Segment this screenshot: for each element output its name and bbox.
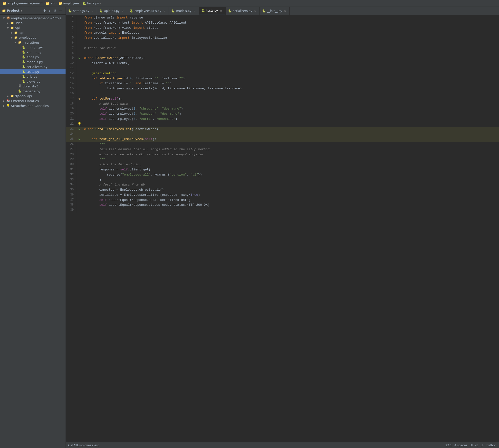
code-line-2: from rest_framework.test import APITestC… — [82, 20, 499, 26]
sidebar-item-models[interactable]: 🐍 models.py — [0, 59, 66, 64]
status-indent[interactable]: 4 spaces — [454, 444, 467, 447]
project-icon: 📁 — [2, 9, 6, 12]
gutter-7 — [77, 46, 82, 51]
code-line-18: # add test data — [82, 101, 499, 107]
status-encoding[interactable]: UTF-8 — [470, 444, 478, 447]
tree-models-label: models.py — [27, 60, 43, 64]
table-row: 35 expected = Employees.objects.all() — [66, 188, 499, 192]
file-serializers-icon: 🐍 — [21, 65, 26, 69]
code-line-27: This test ensures that all songs added i… — [82, 147, 499, 152]
tree-arrow-api-sub — [10, 31, 14, 34]
tab-employees-urls-close[interactable]: × — [163, 9, 166, 13]
status-line-sep[interactable]: LF — [481, 444, 484, 447]
breadcrumb-employees[interactable]: employees — [63, 2, 79, 5]
gutter-23[interactable]: ▶ — [77, 127, 82, 132]
tree-arrow-ext-libs — [2, 99, 6, 103]
sidebar-item-manage[interactable]: 🐍 manage.py — [0, 89, 66, 94]
sort-icon[interactable]: ↕ — [48, 8, 52, 13]
tab-serializers-label: serializers.py — [233, 9, 252, 13]
tab-serializers-close[interactable]: × — [253, 9, 257, 13]
breadcrumb-sep-3: › — [80, 2, 81, 5]
gutter-17[interactable]: ⚙ — [77, 96, 82, 101]
table-row: 38 self.assertEqual(response.status_code… — [66, 203, 499, 208]
code-editor[interactable]: 1 from django.urls import reverse 2 from… — [66, 15, 499, 442]
project-label[interactable]: 📁 Project ▼ — [2, 9, 22, 12]
sidebar-item-api[interactable]: 📁 api — [0, 25, 66, 30]
collapse-icon[interactable]: — — [58, 8, 64, 13]
tab-settings-close[interactable]: × — [90, 9, 94, 13]
tree-init-label: __init__.py — [27, 46, 43, 49]
line-number: 36 — [66, 192, 77, 198]
tree-employees-label: employees — [19, 36, 36, 39]
sidebar-item-urls[interactable]: 🐍 urls.py — [0, 74, 66, 79]
status-line-col[interactable]: 23:1 — [445, 444, 452, 447]
sidebar-item-idea[interactable]: 📁 .idea — [0, 20, 66, 25]
breadcrumb-sep-4: › — [100, 2, 101, 5]
folder-django-api-icon: 📁 — [10, 94, 14, 98]
tab-api-urls-icon: 🐍 — [100, 9, 103, 13]
sidebar-item-init[interactable]: 🐍 __init__.py — [0, 45, 66, 50]
sidebar-item-employees[interactable]: 📁 employees — [0, 35, 66, 40]
gutter-25[interactable]: ▶ — [77, 137, 82, 142]
run-gutter-9[interactable]: ▶ — [79, 56, 80, 60]
sidebar-item-scratches[interactable]: 💡 Scratches and Consoles — [0, 103, 66, 108]
code-line-6 — [82, 41, 499, 46]
sidebar-item-apps[interactable]: 🐍 apps.py — [0, 55, 66, 59]
tab-init[interactable]: 🐍 __init__.py × — [260, 7, 290, 15]
line-number: 24 — [66, 132, 77, 137]
gutter-15 — [77, 86, 82, 91]
breadcrumb-file[interactable]: tests.py — [87, 2, 99, 5]
code-line-25: def test_get_all_emplouyees(self): — [82, 137, 499, 142]
tab-employees-urls[interactable]: 🐍 employees/urls.py × — [127, 7, 169, 15]
line-number: 10 — [66, 61, 77, 66]
code-line-10: client = APIClient() — [82, 61, 499, 66]
gutter-6 — [77, 41, 82, 46]
breadcrumb-api[interactable]: api — [51, 2, 55, 5]
tab-serializers[interactable]: 🐍 serializers.py × — [226, 7, 260, 15]
gutter-36 — [77, 192, 82, 198]
gear-icon[interactable]: ⚙ — [42, 8, 47, 13]
sidebar-item-django-api[interactable]: 📁 django_api — [0, 94, 66, 98]
code-line-22 — [82, 122, 499, 127]
code-line-21: self.add_employee(3, "Aarti", "deshmane"… — [82, 117, 499, 122]
tab-tests[interactable]: 🐍 tests.py × — [199, 7, 226, 15]
tab-tests-close[interactable]: × — [219, 9, 223, 13]
line-number: 21 — [66, 117, 77, 122]
sidebar-item-admin[interactable]: 🐍 admin.py — [0, 50, 66, 55]
code-line-8 — [82, 51, 499, 56]
tab-api-urls-close[interactable]: × — [121, 9, 125, 13]
breadcrumb-project[interactable]: employee-management — [8, 2, 43, 5]
code-line-29: """ — [82, 157, 499, 162]
line-number: 2 — [66, 20, 77, 26]
tree-arrow-root — [2, 16, 6, 20]
run-gutter-23[interactable]: ▶ — [79, 128, 80, 131]
tree-manage-label: manage.py — [23, 89, 40, 93]
tab-models-close[interactable]: × — [193, 9, 196, 13]
sidebar-item-migrations[interactable]: 📁 migrations — [0, 40, 66, 45]
sidebar-item-serializers[interactable]: 🐍 serializers.py — [0, 64, 66, 69]
tree-arrow-django-api — [6, 94, 10, 98]
tab-models[interactable]: 🐍 models.py × — [169, 7, 199, 15]
tree-root[interactable]: 📦 employee-management ~/Proje — [0, 16, 66, 20]
table-row: 33 ) — [66, 177, 499, 183]
sidebar-item-db[interactable]: 🗄 db.sqlite3 — [0, 84, 66, 89]
sidebar-item-api-sub[interactable]: 📁 api — [0, 30, 66, 35]
settings-icon[interactable]: ⚙ — [52, 8, 57, 13]
gutter-9[interactable]: ▶ — [77, 56, 82, 61]
gutter-10 — [77, 61, 82, 66]
gutter-20 — [77, 112, 82, 117]
sidebar-item-external-libs[interactable]: 📚 External Libraries — [0, 98, 66, 103]
sidebar-item-tests[interactable]: 🐍 tests.py — [0, 69, 66, 74]
line-number: 29 — [66, 157, 77, 162]
table-row: 26 """ — [66, 142, 499, 147]
sidebar-item-views[interactable]: 🐍 views.py — [0, 79, 66, 84]
code-line-17: def setUp(self): — [82, 96, 499, 101]
tab-init-close[interactable]: × — [283, 9, 287, 13]
run-gutter-25[interactable]: ▶ — [79, 138, 80, 141]
editor-area: 🐍 settings.py × 🐍 api/urls.py × 🐍 employ… — [66, 7, 499, 448]
tab-api-urls[interactable]: 🐍 api/urls.py × — [97, 7, 127, 15]
gutter-13 — [77, 76, 82, 81]
code-line-37: self.assertEqual(response.data, serializ… — [82, 198, 499, 203]
status-file-type[interactable]: Python — [486, 444, 497, 447]
tab-settings[interactable]: 🐍 settings.py × — [66, 7, 97, 15]
